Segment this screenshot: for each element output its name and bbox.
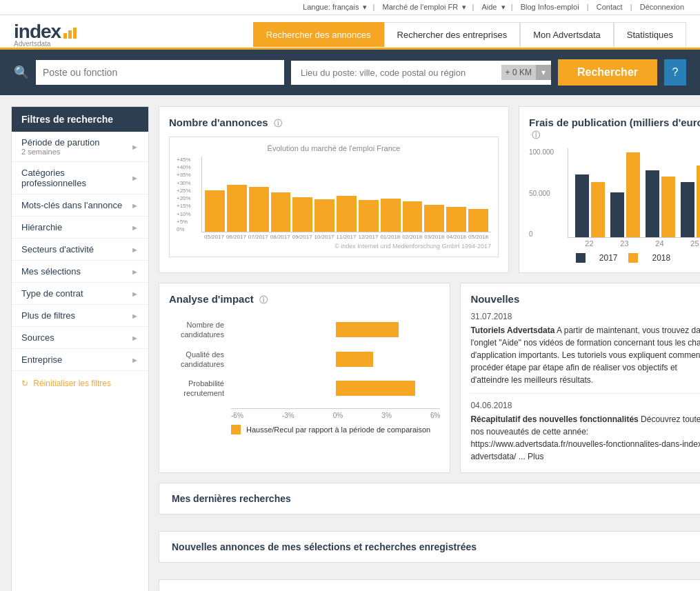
- annonces-chart-footer: © index Internet und Medienforschung Gmb…: [177, 243, 491, 250]
- bar-3: [271, 192, 291, 232]
- km-dropdown[interactable]: ▾: [536, 65, 551, 80]
- sidebar-item-sources[interactable]: Sources ►: [12, 327, 148, 349]
- frais-group-23: [610, 152, 640, 237]
- sidebar-item-categories[interactable]: Catégories professionnelles ►: [12, 162, 148, 194]
- langue-link[interactable]: Langue: français: [303, 3, 359, 11]
- collapsible-1: Nouvelles annonces de mes sélections et …: [159, 531, 700, 563]
- sidebar-title: Filtres de recherche: [12, 107, 148, 132]
- nouvelles-text-1: Récapitulatif des nouvelles fonctionnali…: [470, 413, 700, 463]
- blog-link[interactable]: Blog Infos-emploi: [521, 3, 579, 11]
- logo-bar2: [68, 30, 72, 39]
- chevron-right-icon: ►: [131, 334, 139, 342]
- main-content: Filtres de recherche Période de parution…: [0, 95, 700, 591]
- info-icon-annonces[interactable]: ⓘ: [274, 119, 282, 128]
- annonces-title: Nombre d'annonces ⓘ: [169, 117, 499, 130]
- bar-12: [468, 209, 488, 232]
- nouvelles-bold-0: Tutoriels Advertsdata: [470, 325, 554, 335]
- sidebar-item-secteurs[interactable]: Secteurs d'activité ►: [12, 239, 148, 261]
- logo-bar3: [73, 28, 77, 39]
- legend-2018-dot: [628, 253, 638, 263]
- deconnexion-link[interactable]: Déconnexion: [640, 3, 684, 11]
- x-label-neg3: -3%: [282, 412, 294, 419]
- legend-2018-label: 2018: [652, 253, 670, 263]
- contact-link[interactable]: Contact: [597, 3, 623, 11]
- nouvelles-date-1: 04.06.2018: [470, 401, 700, 410]
- collapsible-header-1[interactable]: Nouvelles annonces de mes sélections et …: [159, 532, 700, 562]
- bar-9: [403, 201, 423, 232]
- frais-bar-22-2017: [575, 174, 589, 237]
- location-input[interactable]: [291, 61, 501, 85]
- reset-icon: ↻: [21, 379, 28, 388]
- sidebar-item-contrat[interactable]: Type de contrat ►: [12, 283, 148, 305]
- frais-card: Frais de publication (milliers d'euros) …: [519, 106, 700, 273]
- chevron-right-icon: ►: [131, 312, 139, 320]
- sidebar-item-periode-sub: 2 semaines: [21, 148, 99, 156]
- logo-bar1: [63, 33, 67, 39]
- logo-area: index Advertsdata: [14, 21, 77, 48]
- info-icon-frais[interactable]: ⓘ: [532, 130, 540, 140]
- x-label-0: 0%: [333, 412, 343, 419]
- frais-group-25: [681, 166, 700, 237]
- marche-link[interactable]: Marché de l'emploi FR: [383, 3, 459, 11]
- search-button[interactable]: Rechercher: [558, 59, 657, 86]
- collapsible-2: Mes dernières annonces consultées ▼: [159, 579, 700, 591]
- annonces-card: Nombre d'annonces ⓘ Évolution du marché …: [159, 106, 509, 273]
- frais-chart: [568, 148, 700, 238]
- sidebar-item-periode-label: Période de parution: [21, 137, 99, 148]
- impact-legend: Hausse/Recul par rapport à la période de…: [231, 425, 440, 434]
- tab-rechercher-annonces[interactable]: Rechercher des annonces: [253, 22, 384, 47]
- frais-bar-24-2018: [661, 177, 675, 237]
- frais-bar-25-2018: [697, 166, 700, 237]
- impact-title: Analyse d'impact ⓘ: [169, 293, 440, 306]
- sidebar-item-motscles[interactable]: Mots-clés dans l'annonce ►: [12, 194, 148, 217]
- chevron-right-icon: ►: [131, 201, 139, 210]
- impact-row-1: Qualité des candidatures: [169, 350, 440, 370]
- annonces-chart-title: Évolution du marché de l'emploi France: [177, 144, 491, 152]
- nouvelles-card: Nouvelles 31.07.2018 Tutoriels Advertsda…: [460, 283, 700, 473]
- chevron-right-icon: ►: [131, 174, 139, 182]
- job-input[interactable]: [36, 60, 284, 85]
- nouvelles-date-0: 31.07.2018: [470, 312, 700, 321]
- chevron-right-icon: ►: [131, 246, 139, 254]
- tab-rechercher-entreprises[interactable]: Rechercher des entreprises: [384, 22, 521, 47]
- chevron-right-icon: ►: [131, 223, 139, 232]
- sidebar: Filtres de recherche Période de parution…: [11, 106, 149, 591]
- bar-7: [359, 200, 379, 232]
- impact-legend-label: Hausse/Recul par rapport à la période de…: [246, 425, 430, 434]
- impact-x-axis: -6% -3% 0% 3% 6%: [231, 408, 440, 419]
- sidebar-item-periode[interactable]: Période de parution 2 semaines ►: [12, 132, 148, 162]
- impact-chart: Nombre de candidatures Qualité des candi…: [169, 313, 440, 441]
- impact-card: Analyse d'impact ⓘ Nombre de candidature…: [159, 283, 450, 473]
- sidebar-item-plus[interactable]: Plus de filtres ►: [12, 305, 148, 327]
- sidebar-item-selections[interactable]: Mes sélections ►: [12, 261, 148, 283]
- collapsible-header-2[interactable]: Mes dernières annonces consultées ▼: [159, 580, 700, 591]
- reset-filters-link[interactable]: ↻ Réinitialiser les filtres: [21, 379, 114, 388]
- frais-group-22: [575, 174, 605, 237]
- frais-bar-22-2018: [591, 182, 605, 237]
- content-row-1: Nombre d'annonces ⓘ Évolution du marché …: [159, 106, 700, 273]
- sidebar-item-entreprise-label: Entreprise: [21, 354, 62, 365]
- frais-title: Frais de publication (milliers d'euros) …: [529, 117, 700, 141]
- annonces-chart: Évolution du marché de l'emploi France +…: [169, 137, 499, 257]
- tab-statistiques[interactable]: Statistiques: [614, 22, 686, 47]
- impact-row-0: Nombre de candidatures: [169, 320, 440, 340]
- sidebar-item-hierarchie[interactable]: Hiérarchie ►: [12, 217, 148, 239]
- info-icon-impact[interactable]: ⓘ: [259, 295, 268, 305]
- sidebar-item-hierarchie-label: Hiérarchie: [21, 222, 62, 232]
- logo-nav-bar: index Advertsdata Rechercher des annonce…: [0, 15, 700, 50]
- aide-link[interactable]: Aide: [481, 3, 497, 11]
- collapsible-label-0: Mes dernières recherches: [172, 493, 291, 504]
- frais-x-labels: 22 23 24 25: [568, 238, 700, 248]
- help-button[interactable]: ?: [664, 59, 686, 86]
- legend-2017-dot: [576, 253, 586, 263]
- impact-row-2: Probabilité recrutement: [169, 379, 440, 399]
- bar-10: [424, 205, 444, 232]
- collapsible-header-0[interactable]: Mes dernières recherches ▼: [159, 483, 700, 514]
- chevron-right-icon: ►: [131, 290, 139, 298]
- nouvelles-text-0: Tutoriels Advertsdata A partir de mainte…: [470, 324, 700, 386]
- impact-bar-0: [336, 322, 399, 337]
- sidebar-item-plus-label: Plus de filtres: [21, 310, 75, 321]
- tab-mon-advertsdata[interactable]: Mon Advertsdata: [520, 22, 614, 47]
- impact-label-0: Nombre de candidatures: [169, 320, 231, 340]
- sidebar-item-entreprise[interactable]: Entreprise ►: [12, 349, 148, 371]
